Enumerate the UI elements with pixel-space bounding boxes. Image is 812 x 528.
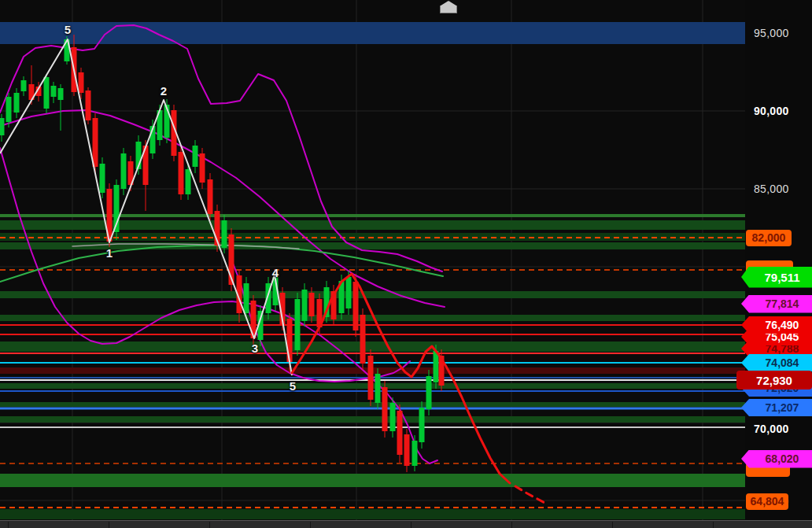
- candlestick: [346, 277, 352, 308]
- price-scale-label: 90,000: [754, 105, 789, 117]
- price-scale-label: 95,000: [754, 27, 789, 39]
- candlestick: [0, 118, 5, 135]
- candlestick: [404, 434, 410, 466]
- candlestick: [179, 152, 184, 194]
- candlestick: [186, 169, 191, 194]
- candlestick: [412, 441, 418, 466]
- candlestick: [208, 179, 213, 214]
- candlestick: [309, 293, 315, 316]
- price-tag-82000[interactable]: 82,000: [746, 230, 792, 246]
- candlestick: [14, 93, 20, 113]
- price-tag-77814[interactable]: 77,814: [741, 295, 812, 313]
- candlestick: [244, 283, 249, 313]
- candlestick: [397, 411, 403, 455]
- candlestick: [86, 90, 91, 120]
- zone-band: [0, 509, 745, 519]
- candlestick: [58, 88, 64, 100]
- time-axis[interactable]: [0, 520, 812, 528]
- candlestick: [375, 374, 381, 403]
- candlestick: [6, 97, 12, 122]
- candlestick: [302, 290, 308, 321]
- candlestick: [222, 220, 227, 248]
- candlestick: [434, 351, 439, 382]
- candlestick: [44, 77, 50, 109]
- candlestick: [21, 80, 27, 91]
- price-tag-74084[interactable]: 74,084: [741, 354, 812, 371]
- time-axis-divider: [511, 522, 512, 528]
- price-tag-79511[interactable]: 79,511: [741, 267, 812, 288]
- candlestick: [360, 315, 366, 364]
- zone-band: [0, 242, 745, 249]
- time-axis-divider: [109, 522, 109, 528]
- candlestick: [79, 72, 84, 93]
- price-tag-71207[interactable]: 71,207: [741, 399, 812, 416]
- chart-background: [0, 0, 745, 520]
- time-axis-divider: [612, 522, 613, 528]
- highlight-band-top: [0, 22, 745, 44]
- candlestick: [368, 356, 374, 400]
- time-axis-divider: [209, 522, 210, 528]
- price-tag-68020[interactable]: 68,020: [741, 450, 812, 468]
- candlestick: [51, 86, 57, 97]
- candlestick: [100, 164, 105, 193]
- time-axis-divider: [310, 522, 311, 528]
- candlestick: [200, 153, 205, 183]
- candlestick: [295, 299, 301, 350]
- price-tag-64804[interactable]: 64,804: [746, 493, 788, 510]
- time-axis-divider: [713, 522, 714, 528]
- price-scale-label: 70,000: [754, 423, 789, 435]
- candlestick: [419, 408, 425, 442]
- price-scale-label: 85,000: [754, 183, 789, 195]
- zone-band: [0, 474, 745, 487]
- price-tag-72930[interactable]: 72,930: [736, 371, 812, 390]
- price-tag-76490[interactable]: 76,490: [741, 316, 812, 334]
- chart-plot: [0, 0, 745, 520]
- zone-band: [0, 291, 745, 298]
- zone-band: [0, 402, 745, 407]
- zone-band: [0, 416, 745, 423]
- candlestick: [121, 153, 127, 189]
- candlestick: [287, 319, 293, 362]
- candlestick: [426, 376, 432, 409]
- candlestick: [193, 146, 198, 167]
- time-axis-divider: [411, 522, 412, 528]
- candlestick: [382, 387, 388, 431]
- trading-chart-window: 95,00090,00085,00080,00075,00070,00065,0…: [0, 0, 812, 528]
- candlestick: [93, 118, 98, 167]
- time-axis-divider: [8, 522, 9, 528]
- chart-canvas[interactable]: [0, 0, 745, 520]
- candlestick: [390, 403, 396, 431]
- candlestick: [353, 282, 359, 330]
